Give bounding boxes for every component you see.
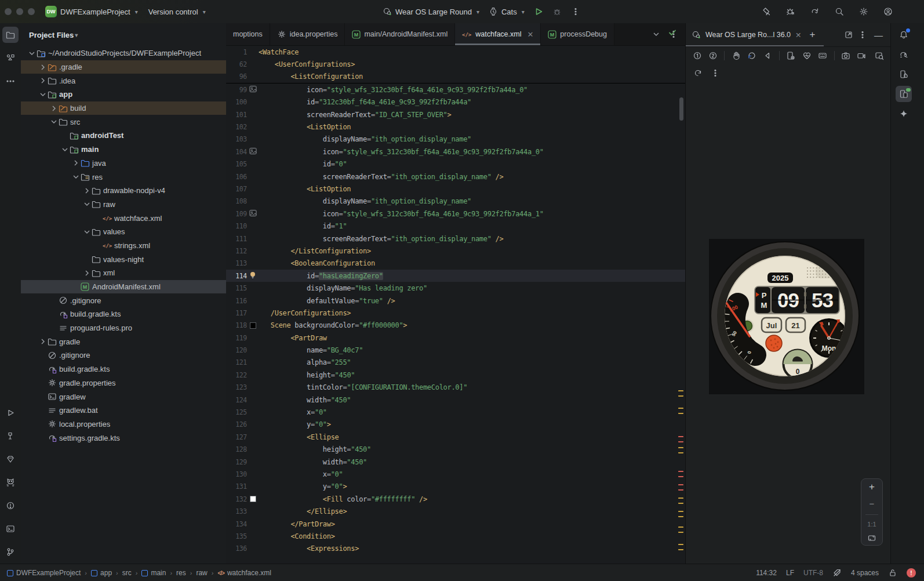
debug-button[interactable] [548, 5, 566, 19]
zoom-in-button[interactable]: + [869, 481, 875, 493]
breadcrumb-item-raw[interactable]: raw [196, 569, 207, 577]
tool-stripe-project[interactable] [2, 27, 19, 43]
color-swatch-white[interactable] [250, 496, 256, 502]
tree-item-main[interactable]: main [21, 143, 226, 157]
error-indicator[interactable]: ! [907, 568, 916, 578]
warning-stripe-mark[interactable] [678, 498, 683, 504]
fit-screen-icon[interactable] [867, 533, 876, 543]
editor-tab-watchface-xml[interactable]: </>watchface.xml✕ [455, 23, 541, 45]
tree-item-xml[interactable]: xml [21, 266, 226, 280]
chevron-down-icon[interactable] [652, 30, 661, 39]
tool-stripe-terminal[interactable] [2, 521, 19, 537]
gradle-sync-button[interactable] [806, 5, 824, 19]
breadcrumb-item-res[interactable]: res [176, 569, 186, 577]
tree-item-watchface-xml[interactable]: </>watchface.xml [21, 211, 226, 225]
device-screen[interactable]: 2025 P M 09 53 Jul [709, 239, 864, 394]
tool-stripe-problems[interactable] [2, 498, 19, 514]
tool-stripe-gemini[interactable] [896, 106, 912, 122]
tool-stripe-aqi[interactable] [2, 451, 19, 467]
tree-item-raw[interactable]: raw [21, 198, 226, 212]
highlight-level-icon[interactable] [832, 568, 842, 578]
tool-stripe-run[interactable] [2, 405, 19, 421]
error-stripe[interactable] [678, 46, 685, 564]
editor-area[interactable]: moptionsidea.propertiesMmain/AndroidMani… [226, 23, 685, 564]
tree-item-gradle-properties[interactable]: gradle.properties [21, 376, 226, 390]
close-device-tab-icon[interactable]: ✕ [795, 31, 801, 39]
device-kbd-button[interactable] [816, 49, 829, 63]
breadcrumb-item-app[interactable]: app [91, 569, 112, 577]
open-in-window-icon[interactable] [844, 30, 853, 39]
zoom-reset-button[interactable]: 1:1 [867, 521, 876, 528]
error-stripe-mark[interactable] [678, 484, 683, 491]
error-stripe-mark[interactable] [678, 436, 683, 442]
tree-item-gradle[interactable]: gradle [21, 335, 226, 348]
tree-item-proguard-rules-pro[interactable]: proguard-rules.pro [21, 321, 226, 335]
window-minimize-button[interactable] [16, 8, 23, 15]
device-palm-button[interactable] [729, 49, 743, 63]
device-kebab-button[interactable] [708, 66, 723, 80]
inspections-ok-icon[interactable] [668, 28, 677, 39]
tree-item-gradlew-bat[interactable]: gradlew.bat [21, 404, 226, 417]
chevron-down-icon[interactable] [49, 117, 59, 126]
tree-item--gitignore[interactable]: .gitignore [21, 293, 226, 307]
unlocked-icon[interactable] [888, 568, 897, 578]
tool-stripe-running-devices[interactable] [896, 86, 912, 102]
chevron-right-icon[interactable] [38, 76, 48, 85]
tree-item-values-night[interactable]: values-night [21, 252, 226, 266]
device-dev-settings-button[interactable] [784, 49, 798, 63]
chevron-right-icon[interactable] [49, 104, 59, 113]
chevron-down-icon[interactable] [82, 199, 92, 209]
indent-setting[interactable]: 4 spaces [851, 569, 879, 577]
build-hammer-button[interactable] [757, 5, 776, 19]
tree-item-app[interactable]: app [21, 88, 226, 101]
chevron-right-icon[interactable] [38, 337, 48, 346]
project-widget[interactable]: DW DWFExampleProject ▾ [45, 6, 138, 17]
device-rotate-button[interactable] [745, 49, 759, 63]
editor-tab-main-androidmanifest-xml[interactable]: Mmain/AndroidManifest.xml [345, 23, 455, 45]
more-actions-button[interactable] [566, 5, 585, 19]
window-zoom-button[interactable] [28, 8, 35, 15]
tree-item-gradlew[interactable]: gradlew [21, 390, 226, 404]
minimize-panel-button[interactable]: — [874, 30, 883, 40]
tool-stripe-device-manager[interactable] [896, 66, 912, 82]
tool-stripe-structure[interactable] [2, 50, 19, 66]
tree-item-strings-xml[interactable]: </>strings.xml [21, 239, 226, 253]
add-device-button[interactable]: + [810, 29, 816, 41]
avatar-button[interactable] [879, 5, 897, 19]
breadcrumb-item-watchface-xml[interactable]: </>watchface.xml [217, 569, 271, 577]
device-heart-button[interactable] [800, 49, 813, 63]
tree-item-res[interactable]: res [21, 170, 226, 184]
image-preview-icon[interactable] [249, 85, 257, 95]
device-camera-button[interactable] [839, 49, 852, 63]
tree-item-androidmanifest-xml[interactable]: MAndroidManifest.xml [21, 280, 226, 294]
breadcrumb-item-src[interactable]: src [122, 569, 132, 577]
tree-item--gitignore[interactable]: .gitignore [21, 348, 226, 362]
chevron-down-icon[interactable] [38, 90, 48, 99]
error-stripe-mark[interactable] [678, 471, 683, 477]
search-button[interactable] [830, 5, 849, 19]
device-record-button[interactable] [855, 49, 868, 63]
chevron-right-icon[interactable] [71, 158, 81, 168]
tree-item-src[interactable]: src [21, 115, 226, 129]
chevron-down-icon[interactable] [60, 145, 70, 154]
image-preview-icon[interactable] [249, 147, 257, 157]
project-view-header[interactable]: Project Files ▾ [21, 23, 226, 46]
zoom-out-button[interactable]: − [870, 499, 875, 509]
device-back-button[interactable] [761, 49, 774, 63]
run-button[interactable] [529, 5, 548, 19]
window-close-button[interactable] [5, 8, 12, 15]
chevron-right-icon[interactable] [38, 63, 48, 72]
tool-stripe-logcat[interactable] [2, 474, 19, 491]
warning-stripe-mark[interactable] [678, 447, 683, 453]
editor-tab-processdebug[interactable]: MprocessDebug [541, 23, 614, 45]
tree-item-build-gradle-kts[interactable]: build.gradle.kts [21, 307, 226, 321]
warning-stripe-mark[interactable] [678, 390, 683, 397]
color-swatch-black[interactable] [250, 322, 256, 329]
tree-item-drawable-nodpi-v4[interactable]: drawable-nodpi-v4 [21, 184, 226, 198]
tree-item-java[interactable]: java [21, 157, 226, 170]
tree-item-build-gradle-kts[interactable]: build.gradle.kts [21, 362, 226, 376]
breadcrumb-item-dwfexampleproject[interactable]: DWFExampleProject [7, 569, 81, 577]
line-ending[interactable]: LF [786, 569, 794, 577]
device-num2-button[interactable] [706, 49, 719, 63]
debug-attach-button[interactable] [781, 5, 800, 19]
